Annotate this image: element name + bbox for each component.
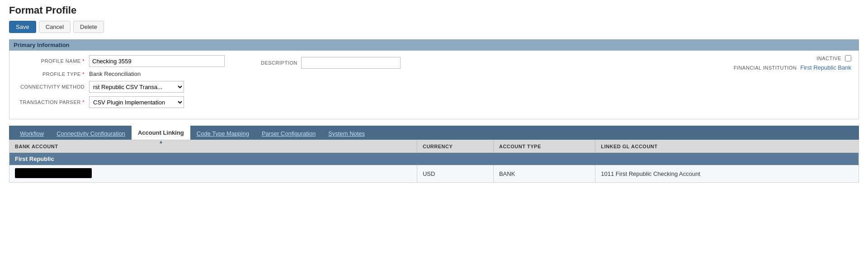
toolbar: Save Cancel Delete: [9, 21, 859, 33]
tabs-bar: WorkflowConnectivity ConfigurationAccoun…: [9, 126, 859, 140]
save-button[interactable]: Save: [9, 21, 36, 33]
right-form-section: INACTIVE FINANCIAL INSTITUTION First Rep…: [734, 55, 851, 71]
profile-type-label: PROFILE TYPE *: [17, 71, 89, 77]
connectivity-method-select[interactable]: rst Republic CSV Transa...: [89, 81, 184, 93]
primary-info-section: PROFILE NAME * PROFILE TYPE * Bank Recon…: [9, 51, 859, 119]
description-label: DESCRIPTION: [261, 60, 297, 66]
inactive-row: INACTIVE: [816, 55, 851, 61]
table-body: First Republic USD BANK 1011 First Repub…: [9, 153, 859, 182]
profile-name-label: PROFILE NAME *: [17, 58, 89, 64]
col-linked-gl: LINKED GL ACCOUNT: [595, 140, 859, 153]
account-type-cell: BANK: [493, 165, 595, 183]
financial-institution-label: FINANCIAL INSTITUTION: [734, 65, 797, 71]
tab-workflow[interactable]: Workflow: [14, 127, 50, 140]
transaction-parser-label: TRANSACTION PARSER *: [17, 99, 89, 105]
account-table: BANK ACCOUNT CURRENCY ACCOUNT TYPE LINKE…: [9, 140, 859, 182]
financial-institution-link[interactable]: First Republic Bank: [800, 64, 851, 71]
linked-gl-cell: 1011 First Republic Checking Account: [595, 165, 859, 183]
table-container: BANK ACCOUNT CURRENCY ACCOUNT TYPE LINKE…: [9, 140, 859, 183]
tab-parser-configuration[interactable]: Parser Configuration: [255, 127, 322, 140]
profile-type-value: Bank Reconciliation: [89, 71, 141, 77]
tab-connectivity-configuration[interactable]: Connectivity Configuration: [50, 127, 132, 140]
transaction-parser-select[interactable]: CSV Plugin Implementation: [89, 96, 184, 108]
page-title: Format Profile: [9, 5, 859, 16]
bank-account-cell: [9, 165, 417, 183]
tab-system-notes[interactable]: System Notes: [322, 127, 371, 140]
primary-info-header: Primary Information: [9, 39, 859, 51]
inactive-label: INACTIVE: [816, 56, 841, 61]
profile-type-row: PROFILE TYPE * Bank Reconciliation: [17, 71, 225, 77]
tab-code-type-mapping[interactable]: Code Type Mapping: [190, 127, 255, 140]
transaction-parser-row: TRANSACTION PARSER * CSV Plugin Implemen…: [17, 96, 225, 108]
group-label: First Republic: [9, 153, 859, 165]
tab-account-linking[interactable]: Account Linking: [132, 126, 190, 140]
group-row: First Republic: [9, 153, 859, 165]
table-header: BANK ACCOUNT CURRENCY ACCOUNT TYPE LINKE…: [9, 140, 859, 153]
connectivity-method-row: CONNECTIVITY METHOD rst Republic CSV Tra…: [17, 81, 225, 93]
col-currency: CURRENCY: [417, 140, 493, 153]
redacted-account-name: [15, 168, 92, 178]
delete-button[interactable]: Delete: [73, 21, 104, 33]
connectivity-method-label: CONNECTIVITY METHOD: [17, 84, 89, 89]
col-account-type: ACCOUNT TYPE: [493, 140, 595, 153]
profile-name-row: PROFILE NAME *: [17, 55, 225, 67]
cancel-button[interactable]: Cancel: [39, 21, 71, 33]
profile-name-input[interactable]: [89, 55, 225, 67]
description-input[interactable]: [301, 57, 401, 69]
description-section: DESCRIPTION: [261, 57, 401, 69]
inactive-checkbox[interactable]: [845, 55, 851, 61]
page-container: Format Profile Save Cancel Delete Primar…: [0, 0, 868, 187]
col-bank-account: BANK ACCOUNT: [9, 140, 417, 153]
financial-institution-row: FINANCIAL INSTITUTION First Republic Ban…: [734, 64, 851, 71]
left-form-fields: PROFILE NAME * PROFILE TYPE * Bank Recon…: [17, 55, 225, 112]
currency-cell: USD: [417, 165, 493, 183]
table-row: USD BANK 1011 First Republic Checking Ac…: [9, 165, 859, 183]
